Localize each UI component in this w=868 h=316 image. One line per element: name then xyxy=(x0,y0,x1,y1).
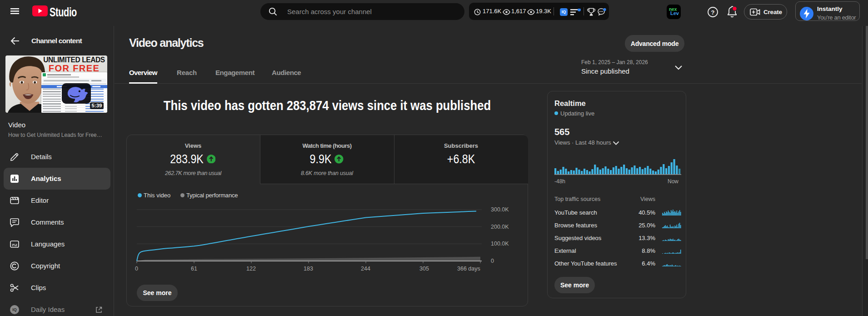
svg-text:?: ? xyxy=(711,9,715,16)
